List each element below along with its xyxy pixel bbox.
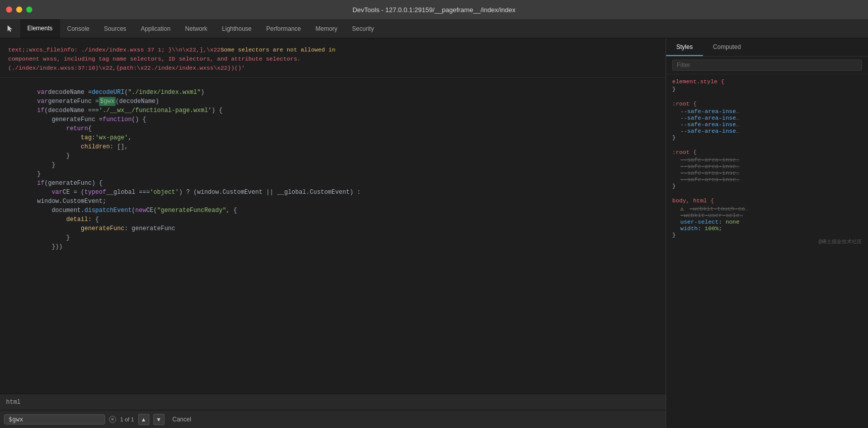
styles-panel: Styles Computed element.style { } :root … (666, 38, 868, 428)
search-prev-button[interactable]: ▲ (138, 414, 149, 425)
styles-filter (666, 57, 868, 74)
cursor-tool[interactable] (0, 19, 20, 38)
code-line: })) (0, 242, 666, 251)
code-line: } (0, 151, 666, 161)
css-prop-line: -webkit-user-sele… (672, 212, 862, 219)
breadcrumb: html (6, 399, 21, 406)
code-line: var generateFunc = $gwx ( decodeName ) (0, 97, 666, 106)
css-close-brace: } (672, 183, 862, 189)
css-prop-line: --safe-area-inse… (672, 115, 862, 121)
code-line: generateFunc = function () { (0, 115, 666, 124)
main-layout: text;;wxcs_fileinfo: ./index/index.wxss … (0, 38, 868, 428)
code-line: detail : { (0, 215, 666, 224)
css-source: @稀土掘金技术社区 (672, 238, 862, 245)
css-prop-line: --safe-area-inse… (672, 108, 862, 115)
css-selector: :root { (672, 100, 862, 107)
error-text-3: (./index/index.wxss:37:10)\x22,{path:\x2… (8, 64, 658, 73)
code-line: if (generateFunc) { (0, 179, 666, 188)
search-next-button[interactable]: ▼ (153, 414, 165, 425)
code-line: document. dispatchEvent ( new CE( "gener… (0, 206, 666, 215)
css-prop-line: ⚠ -webkit-touch-ca… (672, 205, 862, 212)
maximize-button[interactable] (26, 7, 32, 13)
error-block: text;;wxcs_fileinfo: ./index/index.wxss … (0, 42, 666, 78)
code-line: if (decodeName === './__wx__/functional-… (0, 106, 666, 115)
error-text-1: text;;wxcs_fileinfo: ./index/index.wxss … (8, 45, 658, 55)
code-line: } (0, 161, 666, 170)
devtools-tabbar: Elements Console Sources Application Net… (0, 19, 868, 38)
search-input-wrap (4, 414, 105, 424)
close-button[interactable] (6, 7, 12, 13)
code-line: window.CustomEvent; (0, 197, 666, 206)
css-prop-line: --safe-area-inse… (672, 176, 862, 183)
tab-memory[interactable]: Memory (308, 19, 345, 38)
css-prop-line: --safe-area-inse… (672, 128, 862, 134)
css-rule-root-1: :root { --safe-area-inse… --safe-area-in… (672, 100, 862, 141)
css-selector: body, html { (672, 197, 862, 204)
search-input[interactable] (9, 416, 69, 423)
code-area[interactable]: text;;wxcs_fileinfo: ./index/index.wxss … (0, 38, 666, 394)
code-line: generateFunc : generateFunc (0, 224, 666, 233)
search-count: 1 of 1 (120, 416, 134, 422)
code-line: } (0, 233, 666, 242)
tab-computed[interactable]: Computed (703, 38, 751, 56)
tab-sources[interactable]: Sources (97, 19, 134, 38)
code-line: } (0, 170, 666, 179)
window-title: DevTools - 127.0.0.1:29159/__pageframe__… (352, 6, 515, 14)
traffic-lights (6, 7, 32, 13)
tab-application[interactable]: Application (134, 19, 178, 38)
tab-security[interactable]: Security (345, 19, 382, 38)
css-prop-line: --safe-area-inse… (672, 163, 862, 170)
search-bar: ✕ 1 of 1 ▲ ▼ Cancel (0, 410, 666, 428)
error-text-2: component wxss, including tag name selec… (8, 55, 658, 64)
css-selector: element.style { (672, 78, 862, 85)
styles-filter-input[interactable] (672, 60, 862, 71)
tab-network[interactable]: Network (178, 19, 215, 38)
styles-content[interactable]: element.style { } :root { --safe-area-in… (666, 74, 868, 428)
tab-elements[interactable]: Elements (20, 19, 60, 38)
css-prop-line: --safe-area-inse… (672, 121, 862, 128)
css-prop-line: --safe-area-inse… (672, 156, 862, 163)
tab-lighthouse[interactable]: Lighthouse (215, 19, 259, 38)
css-prop-line: user-select: none (672, 219, 862, 225)
code-panel: text;;wxcs_fileinfo: ./index/index.wxss … (0, 38, 666, 428)
code-line: var decodeName = decodeURI ( "./index/in… (0, 88, 666, 97)
css-rule-element-style: element.style { } (672, 78, 862, 92)
tab-styles[interactable]: Styles (666, 38, 703, 56)
cancel-button[interactable]: Cancel (169, 415, 195, 424)
code-line: return { (0, 124, 666, 133)
tab-performance[interactable]: Performance (259, 19, 309, 38)
css-close-brace: } (672, 86, 862, 92)
css-rule-body-html: body, html { ⚠ -webkit-touch-ca… -webkit… (672, 197, 862, 245)
css-rule-root-2: :root { --safe-area-inse… --safe-area-in… (672, 149, 862, 189)
css-close-brace: } (672, 232, 862, 238)
bottom-bar: html (0, 394, 666, 410)
titlebar: DevTools - 127.0.0.1:29159/__pageframe__… (0, 0, 868, 19)
css-prop-line: width: 100%; (672, 225, 862, 232)
code-line: children : [], (0, 142, 666, 151)
code-line: tag : 'wx-page' , (0, 133, 666, 142)
styles-tabs: Styles Computed (666, 38, 868, 57)
css-selector: :root { (672, 149, 862, 155)
css-close-brace: } (672, 134, 862, 141)
code-line: var CE = ( typeof __global === 'object' … (0, 188, 666, 197)
tab-console[interactable]: Console (60, 19, 97, 38)
clear-search-icon[interactable]: ✕ (109, 416, 116, 423)
css-prop-line: --safe-area-inse… (672, 170, 862, 176)
minimize-button[interactable] (16, 7, 22, 13)
